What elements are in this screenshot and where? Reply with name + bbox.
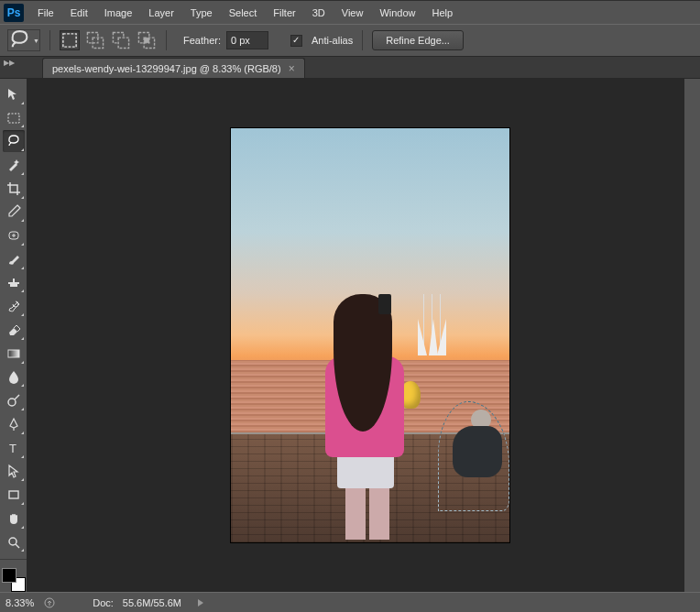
brush-tool[interactable]: [3, 248, 25, 270]
svg-rect-8: [8, 114, 19, 123]
photo-phone: [378, 294, 391, 314]
menu-image[interactable]: Image: [96, 4, 141, 22]
svg-point-15: [9, 538, 16, 545]
lasso-tool[interactable]: [3, 130, 25, 152]
tools-panel: T: [0, 79, 27, 592]
panel-expander-icon[interactable]: ▶▶: [4, 59, 15, 67]
menu-edit[interactable]: Edit: [62, 4, 96, 22]
document-canvas[interactable]: [231, 128, 509, 542]
foreground-color-swatch[interactable]: [2, 568, 16, 583]
separator: [166, 30, 167, 50]
hand-tool[interactable]: [3, 508, 25, 530]
photo-sail: [437, 319, 446, 355]
doc-size-value: 55.6M/55.6M: [123, 597, 181, 608]
color-swatches[interactable]: [2, 568, 26, 592]
separator: [49, 30, 50, 50]
status-icon[interactable]: [43, 596, 56, 609]
workspace: T: [0, 79, 700, 592]
history-brush-tool[interactable]: [3, 295, 25, 317]
feather-input[interactable]: [226, 31, 268, 49]
svg-point-11: [8, 399, 16, 406]
eyedropper-tool[interactable]: [3, 202, 25, 224]
healing-brush-tool[interactable]: [3, 224, 25, 246]
zoom-level[interactable]: 8.33%: [5, 597, 34, 608]
refine-edge-button[interactable]: Refine Edge...: [372, 30, 464, 50]
path-selection-tool[interactable]: [3, 461, 25, 483]
tool-preset-picker[interactable]: ▼: [7, 29, 40, 51]
gradient-tool[interactable]: [3, 343, 25, 365]
menu-layer[interactable]: Layer: [140, 4, 182, 22]
svg-rect-14: [9, 491, 18, 498]
svg-rect-10: [8, 350, 19, 357]
options-bar: ▼ Feather: ✓ Anti-alias Refine Edge...: [0, 24, 700, 57]
photo-sail: [418, 319, 427, 355]
chevron-down-icon: ▼: [33, 38, 39, 44]
svg-line-12: [15, 395, 19, 399]
antialias-checkbox[interactable]: ✓: [290, 35, 302, 47]
photo-person-legs: [345, 485, 389, 540]
doc-size-label: Doc:: [93, 597, 114, 608]
separator: [362, 30, 363, 50]
magic-wand-tool[interactable]: [3, 154, 25, 176]
document-tab[interactable]: pexels-wendy-wei-13299947.jpg @ 8.33% (R…: [42, 58, 305, 78]
svg-rect-7: [144, 38, 149, 43]
selection-new-icon[interactable]: [60, 30, 80, 50]
selection-intersect-icon[interactable]: [137, 30, 157, 50]
menu-view[interactable]: View: [334, 4, 372, 22]
antialias-label: Anti-alias: [312, 35, 353, 46]
rectangular-marquee-tool[interactable]: [3, 107, 25, 129]
app-logo: Ps: [4, 4, 24, 22]
status-flyout-icon[interactable]: [198, 599, 203, 607]
menu-window[interactable]: Window: [371, 4, 423, 22]
menu-select[interactable]: Select: [221, 4, 266, 22]
menu-3d[interactable]: 3D: [304, 4, 334, 22]
document-tab-label: pexels-wendy-wei-13299947.jpg @ 8.33% (R…: [52, 63, 281, 74]
feather-label: Feather:: [183, 35, 221, 46]
zoom-tool[interactable]: [3, 531, 25, 553]
document-tab-row: pexels-wendy-wei-13299947.jpg @ 8.33% (R…: [0, 57, 700, 79]
selection-subtract-icon[interactable]: [111, 30, 131, 50]
close-icon[interactable]: ×: [289, 62, 295, 75]
eraser-tool[interactable]: [3, 319, 25, 341]
clone-stamp-tool[interactable]: [3, 272, 25, 294]
status-bar: 8.33% Doc: 55.6M/55.6M: [0, 592, 700, 612]
menu-type[interactable]: Type: [182, 4, 221, 22]
svg-rect-0: [63, 34, 76, 47]
crop-tool[interactable]: [3, 178, 25, 200]
menu-help[interactable]: Help: [424, 4, 462, 22]
svg-rect-4: [118, 38, 128, 48]
menu-file[interactable]: File: [29, 4, 62, 22]
canvas-area[interactable]: [27, 79, 700, 592]
menu-bar: Ps File Edit Image Layer Type Select Fil…: [0, 0, 700, 24]
dodge-tool[interactable]: [3, 389, 25, 411]
lasso-icon: [8, 28, 31, 51]
scrollbar-gutter[interactable]: [684, 79, 700, 592]
rectangle-shape-tool[interactable]: [3, 484, 25, 506]
pen-tool[interactable]: [3, 413, 25, 435]
menu-filter[interactable]: Filter: [265, 4, 303, 22]
selection-add-icon[interactable]: [85, 30, 105, 50]
svg-text:T: T: [9, 442, 16, 455]
move-tool[interactable]: [3, 83, 25, 105]
type-tool[interactable]: T: [3, 437, 25, 459]
blur-tool[interactable]: [3, 366, 25, 388]
check-icon: ✓: [292, 36, 300, 45]
svg-line-16: [16, 544, 19, 548]
